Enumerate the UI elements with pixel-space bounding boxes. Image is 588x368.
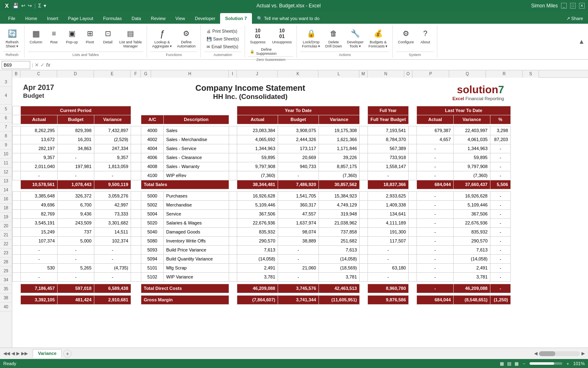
cell-5101-cp-actual[interactable]: 530 (21, 263, 58, 272)
cell-4002-ytd-actual[interactable]: 4,065,692 (237, 135, 278, 144)
cell-5080-desc[interactable]: Inventory Write Offs (164, 236, 229, 245)
cell-5093-ytd-variance[interactable]: 7,613 (319, 245, 360, 254)
cell-4004-ly-actual[interactable]: - (417, 144, 454, 153)
view-normal-icon[interactable]: ▦ (500, 361, 504, 366)
cell-5004-cp-actual[interactable]: 82,769 (21, 209, 58, 218)
cell-5094-ac[interactable]: 5094 (141, 254, 164, 263)
cell-4000-cp-actual[interactable]: 8,262,295 (21, 126, 58, 135)
row-button[interactable]: ≡ Row (46, 26, 62, 45)
zoom-slider[interactable] (530, 362, 562, 365)
sheet-nav-first[interactable]: ◀◀ (3, 351, 10, 356)
cell-5020-fy-budget[interactable]: 4,111,189 (368, 218, 409, 227)
cell-5102-ly-pct[interactable]: - (490, 272, 511, 281)
cell-4000-ly-variance[interactable]: 22,403,997 (454, 126, 490, 135)
cell-5080-fy-budget[interactable]: 117,507 (368, 236, 409, 245)
cell-5020-cp-variance[interactable]: 3,301,682 (94, 218, 131, 227)
print-sheet-button[interactable]: 🖨 Print Sheet(s) (204, 28, 240, 34)
cell-reference-box[interactable]: B69 (2, 61, 30, 69)
refresh-sheet-button[interactable]: 🔄 RefreshSheet ▾ (4, 26, 20, 49)
formula-cancel-icon[interactable]: ✕ (35, 62, 39, 68)
cell-4006-cp-budget[interactable]: - (58, 153, 94, 162)
cell-4000-fy-budget[interactable]: 7,193,541 (368, 126, 409, 135)
row-19[interactable]: 19 (0, 213, 12, 222)
cell-5080-ly-pct[interactable]: - (490, 236, 511, 245)
cell-5004-ly-variance[interactable]: 367,506 (454, 209, 490, 218)
total-sales-cp-variance[interactable]: 9,500,119 (94, 180, 131, 189)
quick-access-sum[interactable]: Σ (38, 3, 41, 9)
cell-5101-ytd-variance[interactable]: (18,569) (319, 263, 360, 272)
cell-5102-fy-budget[interactable]: - (368, 272, 409, 281)
row-9[interactable]: 9 (0, 141, 12, 150)
row-23[interactable]: 23 (0, 249, 12, 258)
gross-margin-ly-variance[interactable]: (8,548,651) (454, 295, 490, 304)
cell-5102-ly-variance[interactable]: 3,781 (454, 272, 490, 281)
cell-4002-fy-budget[interactable]: 8,784,370 (368, 135, 409, 144)
total-sales-fy-budget[interactable]: 18,837,366 (368, 180, 409, 189)
tab-review[interactable]: Review (146, 13, 170, 24)
quick-access-undo[interactable]: ↩ (21, 3, 25, 9)
total-sales-cp-budget[interactable]: 1,078,443 (58, 180, 94, 189)
email-sheet-button[interactable]: ✉ Email Sheet(s) (204, 44, 241, 50)
cell-5040-ly-variance[interactable]: 835,932 (454, 227, 490, 236)
sheet-nav-last[interactable]: ▶▶ (21, 351, 28, 356)
cell-4002-ly-actual[interactable]: 4,657 (417, 135, 454, 144)
pivot-button[interactable]: ⊞ Pivot (82, 26, 98, 45)
cell-4004-fy-budget[interactable]: 567,389 (368, 144, 409, 153)
cell-5040-cp-budget[interactable]: 737 (58, 227, 94, 236)
row-4[interactable]: 4 (0, 87, 12, 105)
row-34[interactable]: 34 (0, 276, 12, 285)
cell-5040-cp-actual[interactable]: 15,249 (21, 227, 58, 236)
row-3[interactable]: 3 (0, 78, 12, 87)
cell-5002-ly-variance[interactable]: 5,109,446 (454, 200, 490, 209)
cell-4008-desc[interactable]: Sales - Warranty (164, 162, 229, 171)
cell-5002-ytd-budget[interactable]: 360,317 (278, 200, 319, 209)
gross-margin-ytd-actual[interactable]: (7,864,607) (237, 295, 278, 304)
quick-access-save[interactable]: 💾 (13, 3, 19, 9)
cell-5094-ly-pct[interactable]: - (490, 254, 511, 263)
lock-drop-formulas-button[interactable]: 🔒 Lock/DropFormulas ▾ (300, 26, 322, 49)
row-35[interactable]: 35 (0, 285, 12, 294)
cell-4000-cp-variance[interactable]: 7,432,897 (94, 126, 131, 135)
cell-5080-ytd-budget[interactable]: 38,889 (278, 236, 319, 245)
cell-4100-desc[interactable]: WIP eRev (164, 171, 229, 180)
cell-4006-ly-actual[interactable]: - (417, 153, 454, 162)
cell-4100-cp-budget[interactable]: - (58, 171, 94, 180)
cell-5020-ytd-actual[interactable]: 22,676,936 (237, 218, 278, 227)
cell-4008-ytd-actual[interactable]: 9,797,908 (237, 162, 278, 171)
cell-4006-ytd-budget[interactable]: 20,669 (278, 153, 319, 162)
row-38[interactable]: 38 (0, 294, 12, 303)
total-sales-ytd-variance[interactable]: 30,857,562 (319, 180, 360, 189)
cell-4006-cp-variance[interactable]: 9,357 (94, 153, 131, 162)
row-8[interactable]: 8 (0, 132, 12, 141)
tab-data[interactable]: Data (127, 13, 146, 24)
row-18[interactable]: 18 (0, 204, 12, 213)
cell-5094-cp-variance[interactable]: - (94, 254, 131, 263)
horizontal-scrollbar[interactable] (539, 351, 580, 356)
row-20[interactable]: 20 (0, 222, 12, 231)
cell-5040-fy-budget[interactable]: 191,300 (368, 227, 409, 236)
tab-home[interactable]: Home (20, 13, 42, 24)
cell-4100-cp-actual[interactable]: - (21, 171, 58, 180)
row-22[interactable]: 22 (0, 240, 12, 249)
cell-5020-cp-budget[interactable]: 243,509 (58, 218, 94, 227)
cell-5000-desc[interactable]: Purchases (164, 191, 229, 200)
total-sales-ytd-budget[interactable]: 7,486,920 (278, 180, 319, 189)
cell-5040-desc[interactable]: Damaged Goods (164, 227, 229, 236)
cell-5002-ac[interactable]: 5002 (141, 200, 164, 209)
row-40[interactable]: 40 (0, 303, 12, 312)
cell-4100-ytd-actual[interactable]: (7,360) (237, 171, 278, 180)
maximize-btn[interactable]: □ (570, 3, 576, 9)
cell-4004-ly-pct[interactable]: - (490, 144, 511, 153)
cell-4000-ytd-variance[interactable]: 19,175,308 (319, 126, 360, 135)
cell-5093-ytd-budget[interactable]: - (278, 245, 319, 254)
cell-5020-cp-actual[interactable]: 3,545,191 (21, 218, 58, 227)
cell-4002-desc[interactable]: Sales - Merchandise (164, 135, 229, 144)
cell-5101-ytd-budget[interactable]: 21,060 (278, 263, 319, 272)
cell-5093-ac[interactable]: 5093 (141, 245, 164, 254)
delete-drill-down-button[interactable]: 🗑 DeleteDrill Down (323, 26, 343, 49)
cell-5004-ly-pct[interactable]: - (490, 209, 511, 218)
cell-4002-cp-actual[interactable]: 13,672 (21, 135, 58, 144)
cell-4002-cp-variance[interactable]: (2,529) (94, 135, 131, 144)
tab-formulas[interactable]: Formulas (98, 13, 127, 24)
tab-insert[interactable]: Insert (42, 13, 63, 24)
